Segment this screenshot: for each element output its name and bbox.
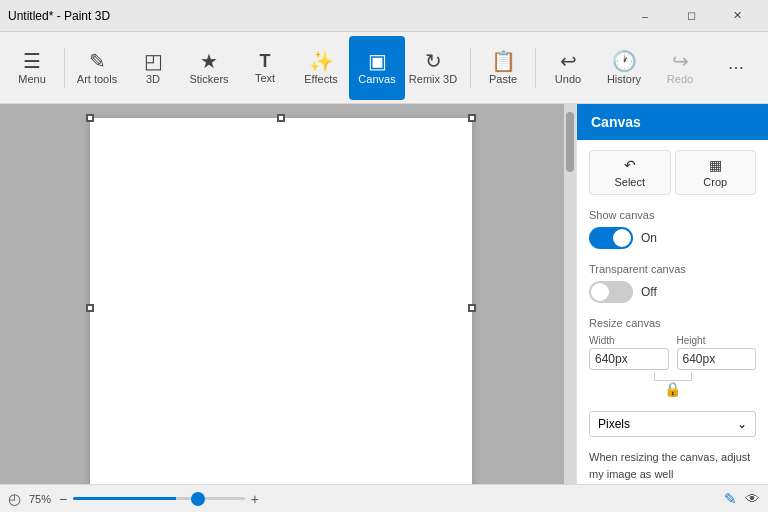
zoom-slider-wrap: − + <box>59 491 259 507</box>
canvas-label: Canvas <box>358 73 395 85</box>
toolbar-menu[interactable]: ☰ Menu <box>4 36 60 100</box>
toolbar-text[interactable]: T Text <box>237 36 293 100</box>
handle-top-center[interactable] <box>277 114 285 122</box>
show-canvas-section: Show canvas On <box>589 209 756 249</box>
redo-label: Redo <box>667 73 693 85</box>
canvas-area[interactable] <box>0 104 576 484</box>
handle-middle-left[interactable] <box>86 304 94 312</box>
show-canvas-toggle-row: On <box>589 227 756 249</box>
titlebar-controls: – ◻ ✕ <box>622 0 760 32</box>
titlebar: Untitled* - Paint 3D – ◻ ✕ <box>0 0 768 32</box>
paste-icon: 📋 <box>491 51 516 71</box>
unit-label: Pixels <box>598 417 630 431</box>
effects-label: Effects <box>304 73 337 85</box>
resize-canvas-section: Resize canvas Width Height <box>589 317 756 397</box>
toolbar-3d[interactable]: ◰ 3D <box>125 36 181 100</box>
stickers-icon: ★ <box>200 51 218 71</box>
resize-canvas-label: Resize canvas <box>589 317 756 329</box>
toolbar-sep3 <box>535 48 536 88</box>
crop-tool-button[interactable]: ▦ Crop <box>675 150 757 195</box>
remix3d-icon: ↻ <box>425 51 442 71</box>
zoom-plus-button[interactable]: + <box>251 491 259 507</box>
history-label: History <box>607 73 641 85</box>
undo-label: Undo <box>555 73 581 85</box>
height-label: Height <box>677 335 757 346</box>
stickers-label: Stickers <box>189 73 228 85</box>
redo-icon: ↪ <box>672 51 689 71</box>
transparent-canvas-state: Off <box>641 285 657 299</box>
show-canvas-toggle[interactable] <box>589 227 633 249</box>
toolbar: ☰ Menu ✎ Art tools ◰ 3D ★ Stickers T Tex… <box>0 32 768 104</box>
toolbar-right: 📋 Paste ↩ Undo 🕐 History ↪ Redo ⋯ <box>466 36 764 100</box>
select-icon: ↶ <box>624 157 636 173</box>
select-tool-button[interactable]: ↶ Select <box>589 150 671 195</box>
handle-middle-right[interactable] <box>468 304 476 312</box>
menu-label: Menu <box>18 73 46 85</box>
vertical-scrollbar[interactable] <box>564 104 576 484</box>
art-tools-label: Art tools <box>77 73 117 85</box>
toolbar-sep2 <box>470 48 471 88</box>
toolbar-paste[interactable]: 📋 Paste <box>475 36 531 100</box>
history-icon: 🕐 <box>612 51 637 71</box>
canvas-icon: ▣ <box>368 51 387 71</box>
art-tools-icon: ✎ <box>89 51 106 71</box>
3d-icon: ◰ <box>144 51 163 71</box>
zoom-minus-button[interactable]: − <box>59 491 67 507</box>
pen-icon[interactable]: ✎ <box>724 490 737 508</box>
width-height-row: Width Height <box>589 335 756 370</box>
select-label: Select <box>614 176 645 188</box>
width-column: Width <box>589 335 669 370</box>
text-label: Text <box>255 72 275 84</box>
height-column: Height <box>677 335 757 370</box>
toolbar-undo[interactable]: ↩ Undo <box>540 36 596 100</box>
toolbar-history[interactable]: 🕐 History <box>596 36 652 100</box>
close-button[interactable]: ✕ <box>714 0 760 32</box>
zoom-slider[interactable] <box>73 497 245 500</box>
panel-title: Canvas <box>577 104 768 140</box>
toolbar-canvas[interactable]: ▣ Canvas <box>349 36 405 100</box>
more-icon: ⋯ <box>728 60 744 76</box>
width-input[interactable] <box>589 348 669 370</box>
show-canvas-thumb <box>613 229 631 247</box>
eye-icon[interactable]: 👁 <box>745 490 760 507</box>
minimize-button[interactable]: – <box>622 0 668 32</box>
maximize-button[interactable]: ◻ <box>668 0 714 32</box>
canvas-resize-icon[interactable]: ◴ <box>8 490 21 508</box>
panel-content: ↶ Select ▦ Crop Show canvas On <box>577 140 768 484</box>
drawing-canvas[interactable] <box>90 118 472 484</box>
statusbar: ◴ 75% − + ✎ 👁 <box>0 484 768 512</box>
scrollbar-thumb[interactable] <box>566 112 574 172</box>
toolbar-stickers[interactable]: ★ Stickers <box>181 36 237 100</box>
crop-icon: ▦ <box>709 157 722 173</box>
remix3d-label: Remix 3D <box>409 73 457 85</box>
zoom-percent: 75% <box>29 493 51 505</box>
adjust-text: When resizing the canvas, adjust my imag… <box>589 449 756 482</box>
transparent-canvas-toggle[interactable] <box>589 281 633 303</box>
status-icons: ✎ 👁 <box>724 490 760 508</box>
transparent-canvas-section: Transparent canvas Off <box>589 263 756 303</box>
show-canvas-label: Show canvas <box>589 209 756 221</box>
crop-label: Crop <box>703 176 727 188</box>
toolbar-remix3d[interactable]: ↻ Remix 3D <box>405 36 461 100</box>
toolbar-more[interactable]: ⋯ <box>708 36 764 100</box>
effects-icon: ✨ <box>309 51 334 71</box>
canvas-panel: Canvas ↶ Select ▦ Crop Show canvas <box>576 104 768 484</box>
transparent-canvas-thumb <box>591 283 609 301</box>
handle-top-left[interactable] <box>86 114 94 122</box>
handle-top-right[interactable] <box>468 114 476 122</box>
main-area: Canvas ↶ Select ▦ Crop Show canvas <box>0 104 768 484</box>
toolbar-redo[interactable]: ↪ Redo <box>652 36 708 100</box>
lock-icon[interactable]: 🔒 <box>664 381 681 397</box>
toolbar-separator <box>64 48 65 88</box>
height-input[interactable] <box>677 348 757 370</box>
toolbar-art-tools[interactable]: ✎ Art tools <box>69 36 125 100</box>
text-icon: T <box>260 52 271 70</box>
3d-label: 3D <box>146 73 160 85</box>
dropdown-chevron-icon: ⌄ <box>737 417 747 431</box>
app-title: Untitled* - Paint 3D <box>8 9 110 23</box>
unit-dropdown[interactable]: Pixels ⌄ <box>589 411 756 437</box>
toolbar-effects[interactable]: ✨ Effects <box>293 36 349 100</box>
show-canvas-state: On <box>641 231 657 245</box>
width-label: Width <box>589 335 669 346</box>
transparent-canvas-toggle-row: Off <box>589 281 756 303</box>
